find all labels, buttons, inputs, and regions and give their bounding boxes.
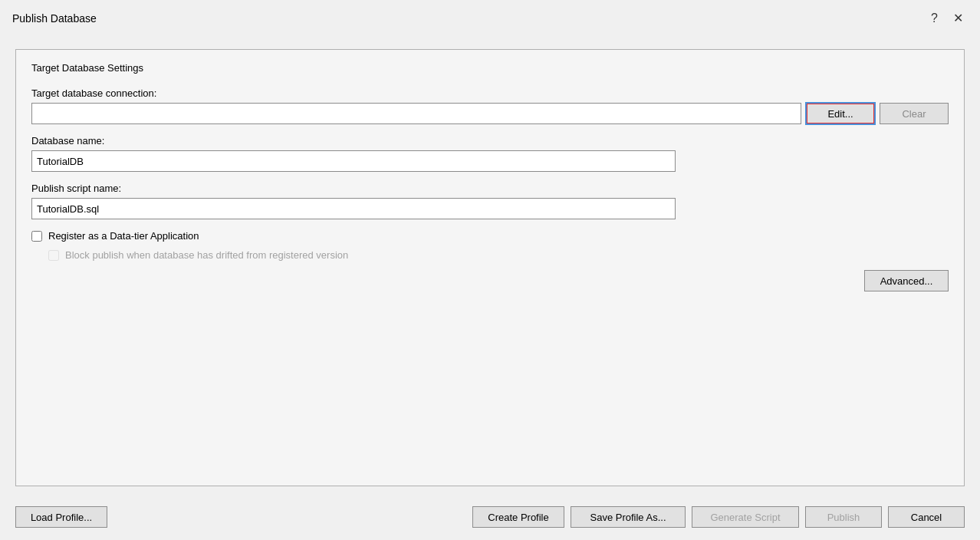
dbname-label: Database name: — [31, 135, 949, 147]
block-checkbox — [48, 250, 59, 261]
advanced-row: Advanced... — [31, 270, 949, 291]
title-bar-controls: ? ✕ — [926, 11, 968, 26]
connection-input[interactable] — [31, 103, 801, 124]
help-button[interactable]: ? — [926, 11, 942, 26]
target-database-settings-section: Target Database Settings Target database… — [15, 49, 965, 486]
edit-button[interactable]: Edit... — [806, 103, 875, 124]
footer-right: Create Profile Save Profile As... Genera… — [472, 506, 965, 528]
cancel-button[interactable]: Cancel — [888, 506, 965, 528]
dialog-body: Target Database Settings Target database… — [0, 37, 980, 499]
block-checkbox-label: Block publish when database has drifted … — [65, 249, 348, 261]
dialog-title: Publish Database — [12, 12, 97, 25]
scriptname-label: Publish script name: — [31, 183, 949, 194]
register-checkbox-label: Register as a Data-tier Application — [48, 230, 199, 242]
publish-button[interactable]: Publish — [805, 506, 882, 528]
connection-field-group: Target database connection: Edit... Clea… — [31, 87, 949, 124]
advanced-button[interactable]: Advanced... — [864, 270, 949, 291]
create-profile-button[interactable]: Create Profile — [472, 506, 564, 528]
dbname-field-group: Database name: — [31, 135, 949, 172]
close-button[interactable]: ✕ — [949, 11, 968, 26]
save-profile-button[interactable]: Save Profile As... — [571, 506, 686, 528]
connection-row: Edit... Clear — [31, 103, 949, 124]
load-profile-button[interactable]: Load Profile... — [15, 506, 107, 528]
section-title: Target Database Settings — [31, 62, 949, 74]
register-checkbox[interactable] — [31, 231, 42, 242]
scriptname-input[interactable] — [31, 198, 676, 219]
dialog-footer: Load Profile... Create Profile Save Prof… — [0, 499, 980, 540]
dbname-input[interactable] — [31, 150, 676, 172]
connection-label: Target database connection: — [31, 87, 949, 99]
title-bar: Publish Database ? ✕ — [0, 0, 980, 37]
block-checkbox-row: Block publish when database has drifted … — [48, 249, 949, 261]
register-checkbox-row: Register as a Data-tier Application — [31, 230, 949, 242]
publish-database-dialog: Publish Database ? ✕ Target Database Set… — [0, 0, 980, 540]
footer-left: Load Profile... — [15, 506, 107, 528]
generate-script-button[interactable]: Generate Script — [692, 506, 799, 528]
scriptname-field-group: Publish script name: — [31, 183, 949, 219]
clear-button[interactable]: Clear — [880, 103, 949, 124]
